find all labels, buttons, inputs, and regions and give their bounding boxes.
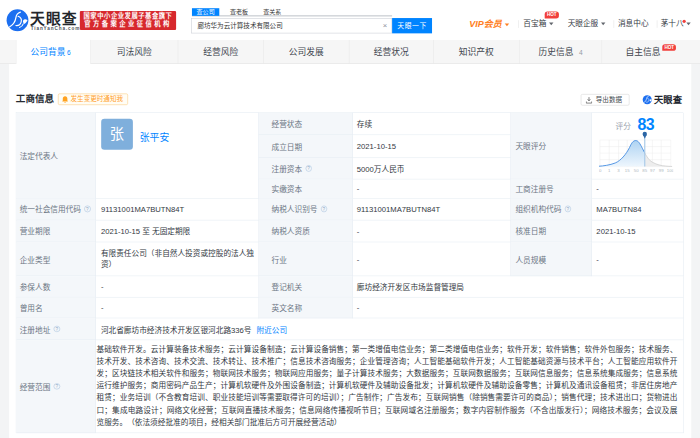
svg-text:3: 3 [617,168,620,173]
svg-text:1: 1 [608,168,611,173]
svg-text:85: 85 [642,168,647,173]
svg-text:97: 97 [650,168,655,173]
svg-text:15: 15 [625,168,630,173]
svg-text:100: 100 [667,168,673,173]
svg-text:50: 50 [634,168,639,173]
svg-text:0: 0 [599,168,602,173]
svg-text:99: 99 [658,168,663,173]
